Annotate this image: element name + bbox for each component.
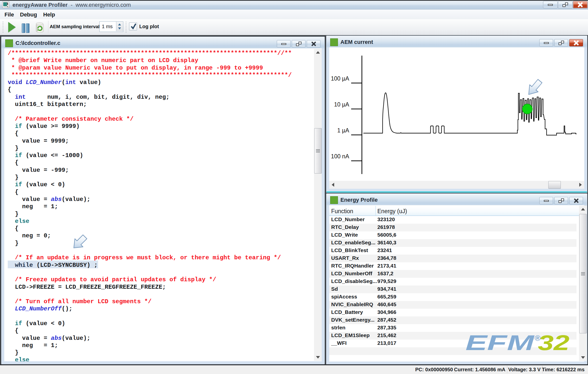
svg-text:100 µA: 100 µA bbox=[331, 75, 349, 82]
svg-text:10 µA: 10 µA bbox=[334, 101, 349, 108]
svg-text:100 nA: 100 nA bbox=[331, 153, 349, 160]
svg-text:1 µA: 1 µA bbox=[337, 127, 349, 134]
